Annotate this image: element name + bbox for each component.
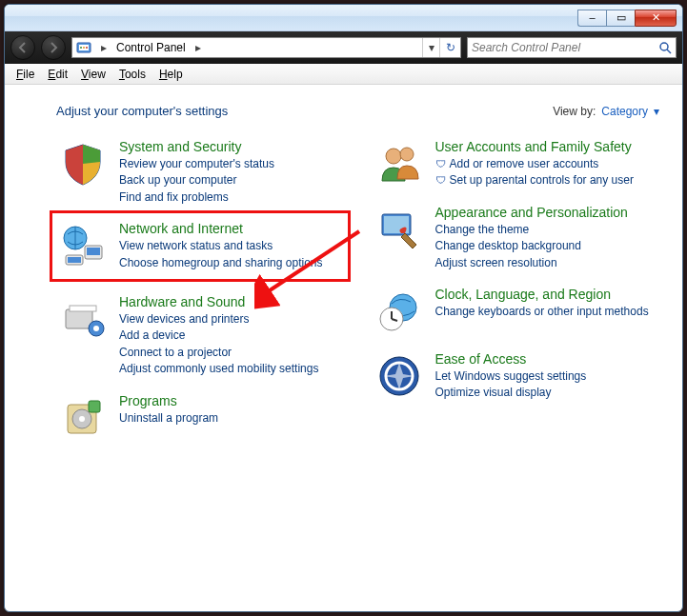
category-clock-language-region: Clock, Language, and Region Change keybo… bbox=[373, 283, 660, 340]
page-heading: Adjust your computer's settings bbox=[56, 104, 228, 118]
category-link[interactable]: Adjust commonly used mobility settings bbox=[119, 361, 342, 377]
chevron-down-icon: ▾ bbox=[654, 105, 659, 118]
breadcrumb-chevron-icon[interactable]: ▸ bbox=[190, 41, 207, 54]
programs-icon bbox=[58, 393, 108, 443]
category-link[interactable]: View network status and tasks bbox=[119, 238, 342, 254]
arrow-right-icon bbox=[48, 42, 59, 53]
category-link[interactable]: Change keyboards or other input methods bbox=[435, 304, 658, 320]
category-link[interactable]: Optimize visual display bbox=[435, 385, 658, 401]
control-panel-window: – ▭ ✕ ▸ Control Panel ▸ ▾ ↻ bbox=[4, 4, 683, 612]
svg-point-4 bbox=[86, 47, 88, 49]
menu-tools[interactable]: Tools bbox=[113, 66, 152, 83]
category-title[interactable]: User Accounts and Family Safety bbox=[435, 139, 658, 154]
right-column: User Accounts and Family Safety Add or r… bbox=[373, 135, 660, 447]
category-ease-of-access: Ease of Access Let Windows suggest setti… bbox=[373, 348, 660, 406]
clock-language-icon bbox=[374, 287, 424, 336]
minimize-button[interactable]: – bbox=[577, 10, 606, 27]
forward-button[interactable] bbox=[41, 35, 66, 60]
category-link[interactable]: Uninstall a program bbox=[119, 410, 342, 427]
arrow-left-icon bbox=[17, 42, 29, 53]
view-by-control[interactable]: View by: Category ▾ bbox=[553, 105, 659, 118]
category-link[interactable]: Set up parental controls for any user bbox=[435, 172, 658, 189]
svg-point-3 bbox=[83, 47, 85, 49]
category-appearance: Appearance and Personalization Change th… bbox=[373, 201, 660, 275]
svg-point-15 bbox=[93, 326, 99, 331]
refresh-button[interactable]: ↻ bbox=[439, 38, 460, 57]
svg-point-18 bbox=[79, 416, 85, 422]
user-accounts-icon bbox=[374, 139, 424, 189]
svg-rect-13 bbox=[70, 306, 96, 311]
heading-row: Adjust your computer's settings View by:… bbox=[56, 104, 659, 118]
category-link[interactable]: Find and fix problems bbox=[119, 189, 342, 206]
control-panel-icon bbox=[76, 40, 91, 55]
hardware-sound-icon bbox=[58, 294, 108, 344]
category-link[interactable]: Choose homegroup and sharing options bbox=[119, 255, 342, 271]
category-programs: Programs Uninstall a program bbox=[56, 389, 344, 447]
breadcrumb-control-panel[interactable]: Control Panel bbox=[112, 39, 190, 56]
address-bar[interactable]: ▸ Control Panel ▸ ▾ ↻ bbox=[71, 37, 461, 58]
appearance-icon bbox=[374, 205, 424, 254]
category-title[interactable]: Network and Internet bbox=[119, 221, 342, 236]
address-dropdown-button[interactable]: ▾ bbox=[422, 38, 439, 57]
network-internet-icon bbox=[58, 221, 108, 270]
svg-rect-19 bbox=[89, 401, 100, 412]
category-link[interactable]: View devices and printers bbox=[119, 311, 342, 328]
category-title[interactable]: Appearance and Personalization bbox=[435, 205, 658, 220]
search-icon[interactable] bbox=[658, 41, 672, 54]
highlight-annotation: Network and Internet View network status… bbox=[50, 210, 351, 282]
category-link[interactable]: Change the theme bbox=[435, 222, 658, 238]
maximize-button[interactable]: ▭ bbox=[606, 10, 635, 27]
category-link[interactable]: Add or remove user accounts bbox=[435, 156, 658, 172]
category-system-security: System and Security Review your computer… bbox=[56, 135, 344, 209]
category-link[interactable]: Back up your computer bbox=[119, 172, 342, 189]
close-button[interactable]: ✕ bbox=[635, 10, 677, 27]
view-by-value[interactable]: Category bbox=[601, 105, 648, 118]
category-title[interactable]: Programs bbox=[119, 393, 342, 408]
ease-of-access-icon bbox=[374, 351, 424, 401]
left-column: System and Security Review your computer… bbox=[56, 135, 344, 447]
svg-point-20 bbox=[386, 149, 401, 164]
category-hardware-sound: Hardware and Sound View devices and prin… bbox=[56, 290, 344, 382]
category-title[interactable]: System and Security bbox=[119, 139, 342, 154]
menu-file[interactable]: File bbox=[10, 66, 40, 83]
category-link[interactable]: Adjust screen resolution bbox=[435, 255, 658, 271]
category-user-accounts: User Accounts and Family Safety Add or r… bbox=[373, 135, 660, 193]
svg-rect-9 bbox=[87, 248, 100, 255]
svg-point-5 bbox=[660, 43, 668, 50]
svg-point-2 bbox=[80, 47, 82, 49]
category-link[interactable]: Let Windows suggest settings bbox=[435, 368, 658, 385]
navigation-bar: ▸ Control Panel ▸ ▾ ↻ bbox=[5, 31, 682, 64]
window-controls: – ▭ ✕ bbox=[577, 10, 677, 27]
titlebar: – ▭ ✕ bbox=[5, 5, 682, 31]
menu-view[interactable]: View bbox=[75, 66, 111, 83]
category-link[interactable]: Add a device bbox=[119, 328, 342, 344]
svg-point-21 bbox=[400, 148, 414, 161]
menu-bar: File Edit View Tools Help bbox=[5, 64, 682, 85]
back-button[interactable] bbox=[10, 35, 35, 60]
system-security-icon bbox=[58, 139, 108, 189]
category-columns: System and Security Review your computer… bbox=[56, 135, 659, 447]
category-link[interactable]: Review your computer's status bbox=[119, 156, 342, 172]
category-title[interactable]: Ease of Access bbox=[435, 351, 658, 367]
svg-rect-11 bbox=[68, 257, 81, 263]
breadcrumb-chevron-icon[interactable]: ▸ bbox=[95, 41, 112, 54]
category-link[interactable]: Connect to a projector bbox=[119, 345, 342, 361]
view-by-label: View by: bbox=[553, 105, 596, 118]
content-area: Adjust your computer's settings View by:… bbox=[5, 85, 682, 611]
search-box[interactable] bbox=[467, 37, 677, 58]
menu-help[interactable]: Help bbox=[153, 66, 189, 83]
category-title[interactable]: Clock, Language, and Region bbox=[435, 287, 658, 302]
svg-line-6 bbox=[667, 50, 671, 53]
menu-edit[interactable]: Edit bbox=[42, 66, 73, 83]
search-input[interactable] bbox=[472, 41, 658, 54]
category-title[interactable]: Hardware and Sound bbox=[119, 294, 342, 309]
svg-rect-12 bbox=[66, 309, 92, 328]
category-link[interactable]: Change desktop background bbox=[435, 238, 658, 254]
category-network-internet: Network and Internet View network status… bbox=[56, 217, 344, 275]
